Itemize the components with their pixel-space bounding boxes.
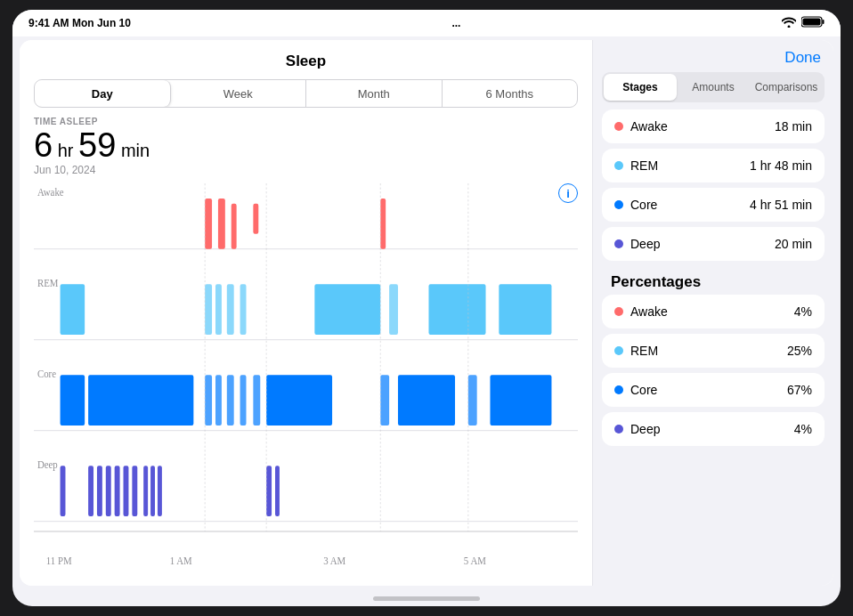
stage-left-deep: Deep — [614, 237, 660, 251]
svg-rect-38 — [398, 375, 455, 426]
pct-deep-value: 4% — [794, 422, 812, 436]
svg-rect-29 — [61, 375, 85, 426]
stage-left-rem: REM — [614, 158, 658, 173]
wifi-icon — [782, 17, 796, 30]
svg-rect-37 — [380, 375, 389, 426]
pct-rem-dot — [614, 346, 623, 355]
seg-amounts[interactable]: Amounts — [677, 74, 750, 101]
pct-card-awake: Awake 4% — [602, 295, 825, 328]
stages-list: Awake 18 min REM 1 hr 48 min Core — [593, 109, 833, 586]
pct-core-value: 67% — [787, 383, 812, 397]
svg-rect-49 — [150, 466, 155, 516]
stage-card-core: Core 4 hr 51 min — [602, 188, 825, 222]
svg-rect-42 — [88, 466, 93, 516]
awake-dot — [614, 122, 623, 131]
svg-text:Awake: Awake — [37, 186, 64, 199]
tab-day[interactable]: Day — [35, 80, 171, 107]
sleep-summary: TIME ASLEEP 6 hr 59 min Jun 10, 2024 — [34, 117, 578, 183]
svg-rect-25 — [314, 284, 380, 335]
rem-value: 1 hr 48 min — [750, 158, 812, 173]
status-bar: 9:41 AM Mon Jun 10 ... — [12, 10, 841, 36]
right-panel: Done Stages Amounts Comparisons Awake 18… — [593, 40, 833, 586]
left-panel: Sleep Day Week Month 6 Months TIME ASLEE… — [20, 40, 593, 586]
right-header: Done — [593, 40, 833, 72]
svg-rect-48 — [143, 466, 148, 516]
pct-left-awake: Awake — [614, 304, 668, 319]
pct-awake-label: Awake — [630, 304, 668, 319]
status-ellipsis: ... — [451, 17, 460, 29]
rem-dot — [614, 161, 623, 170]
chart-area: i Awake REM Core Deep 11 PM 1 AM 3 AM — [34, 183, 578, 577]
svg-rect-35 — [253, 375, 260, 426]
tab-month[interactable]: Month — [306, 80, 443, 107]
svg-rect-16 — [218, 199, 225, 249]
svg-text:Core: Core — [37, 368, 56, 380]
core-label: Core — [630, 198, 657, 212]
stage-card-rem: REM 1 hr 48 min — [602, 149, 825, 182]
pct-core-dot — [614, 385, 623, 394]
svg-rect-45 — [115, 466, 120, 516]
pct-core-label: Core — [630, 383, 657, 397]
core-dot — [614, 200, 623, 209]
svg-rect-39 — [468, 375, 477, 426]
pct-card-deep: Deep 4% — [602, 412, 825, 446]
awake-value: 18 min — [775, 119, 812, 134]
svg-rect-2 — [802, 19, 820, 26]
svg-rect-31 — [205, 375, 212, 426]
pct-awake-dot — [614, 307, 623, 316]
svg-text:11 PM: 11 PM — [46, 555, 72, 568]
seg-stages[interactable]: Stages — [604, 74, 677, 101]
seg-comparisons[interactable]: Comparisons — [750, 74, 823, 101]
svg-rect-46 — [124, 466, 129, 516]
sleep-chart: Awake REM Core Deep 11 PM 1 AM 3 AM 5 AM — [34, 183, 578, 577]
svg-rect-22 — [215, 284, 222, 335]
svg-rect-43 — [97, 466, 102, 516]
svg-rect-51 — [266, 466, 272, 516]
deep-value: 20 min — [775, 237, 812, 251]
svg-rect-32 — [215, 375, 222, 426]
pct-deep-dot — [614, 425, 623, 434]
pct-rem-label: REM — [630, 344, 658, 358]
home-indicator — [373, 596, 480, 601]
svg-text:Deep: Deep — [37, 458, 58, 471]
pct-left-core: Core — [614, 383, 657, 397]
svg-rect-34 — [240, 375, 247, 426]
battery-icon — [801, 16, 825, 30]
deep-label: Deep — [630, 237, 660, 251]
date-label: Jun 10, 2024 — [34, 164, 578, 176]
svg-text:5 AM: 5 AM — [464, 555, 487, 568]
svg-text:3 AM: 3 AM — [323, 555, 346, 568]
segment-control: Stages Amounts Comparisons — [602, 72, 825, 102]
pct-deep-label: Deep — [630, 422, 660, 436]
stage-left-core: Core — [614, 198, 657, 212]
done-button[interactable]: Done — [784, 49, 821, 67]
percentages-header: Percentages — [602, 266, 825, 295]
time-asleep-label: TIME ASLEEP — [34, 117, 578, 126]
ipad-frame: 9:41 AM Mon Jun 10 ... S — [12, 10, 841, 606]
pct-left-deep: Deep — [614, 422, 660, 436]
status-right — [782, 16, 825, 30]
svg-rect-19 — [380, 199, 386, 249]
info-button[interactable]: i — [558, 183, 578, 203]
rem-label: REM — [630, 158, 658, 173]
tab-week[interactable]: Week — [171, 80, 307, 107]
pct-awake-value: 4% — [794, 304, 812, 319]
svg-text:REM: REM — [37, 277, 59, 289]
svg-rect-50 — [158, 466, 162, 516]
svg-rect-24 — [240, 284, 247, 335]
stage-card-awake: Awake 18 min — [602, 109, 825, 143]
svg-rect-18 — [253, 204, 258, 234]
svg-rect-47 — [132, 466, 137, 516]
svg-rect-17 — [232, 204, 237, 249]
time-range-tabs: Day Week Month 6 Months — [34, 79, 578, 108]
status-time: 9:41 AM Mon Jun 10 — [28, 17, 131, 29]
tab-6months[interactable]: 6 Months — [443, 80, 578, 107]
stage-card-deep: Deep 20 min — [602, 227, 825, 261]
core-value: 4 hr 51 min — [750, 198, 812, 212]
svg-rect-28 — [499, 284, 551, 335]
stage-left-awake: Awake — [614, 119, 668, 134]
deep-dot — [614, 239, 623, 248]
pct-rem-value: 25% — [787, 344, 812, 358]
svg-rect-52 — [275, 466, 280, 516]
svg-rect-15 — [205, 199, 212, 249]
